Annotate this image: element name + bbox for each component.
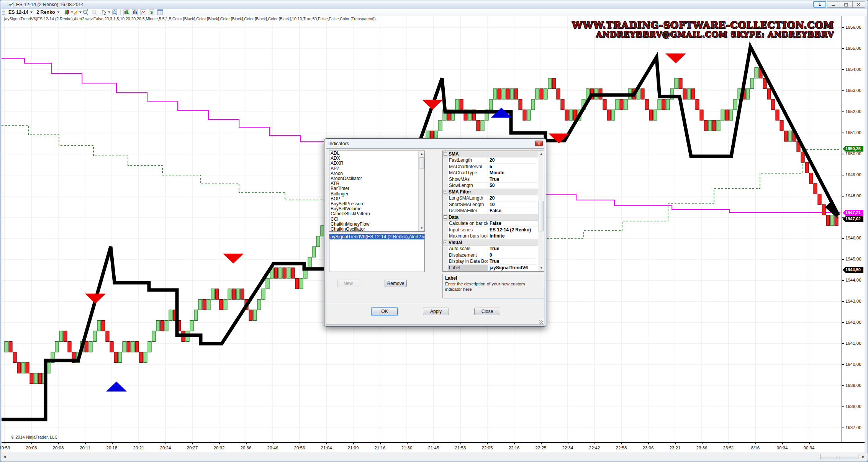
price-axis[interactable]: 1956,001955,001954,001953,001952,001951,…: [842, 16, 865, 442]
period-selector[interactable]: 2 Renko: [34, 9, 61, 16]
close-button[interactable]: [852, 1, 865, 8]
applied-indicators-box[interactable]: jaySignalTrendV6(ES 12-14 (2 Renko),Aler…: [329, 234, 425, 272]
scroll-left-arrow[interactable]: ◀: [2, 454, 7, 459]
row-indent: [443, 164, 448, 170]
collapse-icon[interactable]: −: [444, 152, 447, 156]
instrument-selector[interactable]: ES 12-14: [7, 9, 34, 16]
title-bar[interactable]: ES 12-14 (2 Renko) 16.08.2014: [0, 0, 868, 9]
indicator-list-item[interactable]: ADL: [329, 151, 424, 156]
collapse-icon[interactable]: −: [444, 190, 447, 193]
toolbar-grip[interactable]: [2, 10, 5, 15]
scroll-up-arrow[interactable]: ▲: [419, 151, 424, 157]
restore-button[interactable]: [840, 1, 853, 8]
indicator-list-item[interactable]: CCI: [329, 217, 424, 222]
property-row[interactable]: Auto scaleTrue: [443, 246, 544, 252]
indicator-list-item[interactable]: ADXR: [329, 161, 424, 166]
renko-down-brick: [215, 289, 219, 300]
account-button[interactable]: $: [147, 9, 156, 16]
property-row[interactable]: ShortSMALength10: [443, 202, 544, 208]
data-box-button[interactable]: [110, 9, 119, 16]
scrollbar-thumb[interactable]: ❘❘❘: [820, 454, 858, 459]
apply-button[interactable]: Apply: [423, 308, 449, 315]
time-axis[interactable]: 19:5920:0320:0820:1120:1820:2120:2420:27…: [2, 442, 865, 452]
property-grid-scrollbar[interactable]: ▲ ▼: [538, 151, 544, 271]
chart-trader-button[interactable]: [122, 9, 131, 16]
scroll-down-arrow[interactable]: ▼: [539, 265, 544, 271]
renko-up-brick: [616, 99, 619, 110]
time-tick: [729, 442, 729, 444]
property-row[interactable]: FastLength20: [443, 157, 544, 164]
svg-text:$: $: [151, 10, 153, 15]
dialog-close-button[interactable]: ✕: [535, 141, 543, 146]
renko-down-brick: [523, 110, 526, 121]
renko-up-brick: [5, 342, 8, 352]
property-row[interactable]: MAChartTypeMinute: [443, 170, 544, 177]
indicator-list-item[interactable]: Bollinger: [329, 192, 424, 197]
property-row[interactable]: Input seriesES 12-14 (2 Renko): [443, 227, 544, 233]
indicator-list-item[interactable]: APZ: [329, 166, 424, 171]
chart-style-button[interactable]: [65, 9, 73, 16]
link-button[interactable]: L: [813, 1, 826, 8]
property-row[interactable]: MAChartInterval5: [443, 164, 544, 170]
new-button[interactable]: New: [337, 280, 359, 287]
minimize-button[interactable]: [827, 1, 840, 8]
renko-down-brick: [565, 110, 568, 121]
price-tick: [842, 48, 844, 49]
indicator-listbox[interactable]: ADLADXADXRAPZAroonAroonOscillatorATRBarT…: [329, 151, 425, 232]
scroll-down-arrow[interactable]: ▼: [419, 226, 424, 231]
property-category-row[interactable]: −SMA Filter: [443, 189, 544, 195]
scrollbar-thumb[interactable]: [419, 157, 424, 169]
indicator-list-item[interactable]: ChaikinOscillator: [329, 227, 424, 232]
indicator-list-item[interactable]: AroonOscillator: [329, 176, 424, 181]
cursor-tool-button[interactable]: [102, 9, 110, 16]
horizontal-scrollbar[interactable]: ◀ ❘❘❘ ▶: [1, 453, 868, 460]
market-analyzer-button[interactable]: [131, 9, 139, 16]
collapse-icon[interactable]: −: [444, 241, 447, 244]
indicator-list-item[interactable]: BarTimer: [329, 186, 424, 191]
indicator-list-item[interactable]: ADX: [329, 156, 424, 161]
property-row[interactable]: Maximum bars look baInfinite: [443, 233, 544, 240]
zoom-in-button[interactable]: [82, 9, 90, 16]
renko-down-brick: [9, 342, 12, 352]
renko-down-brick: [17, 363, 21, 374]
property-category-row[interactable]: −Data: [443, 214, 544, 221]
property-row[interactable]: Calculate on bar closeFalse: [443, 221, 544, 227]
dialog-resize-grip[interactable]: [539, 320, 543, 324]
property-row[interactable]: PanelSame as input series ▼: [443, 271, 544, 272]
property-row[interactable]: LongSMALength20: [443, 195, 544, 202]
close-dialog-button[interactable]: Close: [474, 308, 500, 315]
ok-button[interactable]: OK: [372, 308, 398, 315]
property-category-row[interactable]: −SMA: [443, 151, 544, 157]
mini-chart-button[interactable]: [139, 9, 147, 16]
renko-down-brick: [826, 215, 830, 226]
property-row[interactable]: Displacement0: [443, 252, 544, 259]
property-row[interactable]: LabeljaySignalTrendV6: [443, 265, 544, 271]
zoom-in-icon: [82, 9, 89, 15]
property-grid[interactable]: −SMAFastLength20MAChartInterval5MAChartT…: [442, 151, 544, 272]
renko-up-brick: [734, 99, 737, 110]
zoom-out-icon: [91, 9, 97, 15]
property-row[interactable]: ShowMAsTrue: [443, 176, 544, 183]
scroll-right-arrow[interactable]: ▶: [861, 454, 866, 459]
property-category-row[interactable]: −Visual: [443, 239, 544, 246]
renko-up-brick: [59, 331, 63, 342]
property-row[interactable]: UseSMAFilterFalse: [443, 208, 544, 215]
collapse-icon[interactable]: −: [444, 215, 447, 219]
indicator-list-item[interactable]: CandleStickPattern: [329, 211, 424, 216]
renko-down-brick: [274, 268, 278, 279]
scroll-up-arrow[interactable]: ▲: [539, 151, 544, 157]
time-tick-label: 23:51: [723, 446, 734, 450]
applied-indicator-entry[interactable]: jaySignalTrendV6(ES 12-14 (2 Renko),Aler…: [329, 234, 424, 239]
renko-up-brick: [207, 300, 210, 310]
fx-board-button[interactable]: [156, 9, 164, 16]
scrollbar-thumb[interactable]: [539, 201, 544, 231]
dialog-title-bar[interactable]: Indicators: [324, 139, 546, 148]
remove-button[interactable]: Remove: [385, 280, 407, 287]
property-row[interactable]: SlowLength50: [443, 183, 544, 189]
listbox-scrollbar[interactable]: ▲ ▼: [418, 151, 424, 231]
renko-up-brick: [55, 342, 59, 352]
drawing-tools-button[interactable]: [73, 9, 82, 16]
property-row[interactable]: Display in Data BoxTrue: [443, 259, 544, 265]
renko-down-brick: [691, 89, 695, 100]
zoom-out-button[interactable]: [90, 9, 98, 16]
